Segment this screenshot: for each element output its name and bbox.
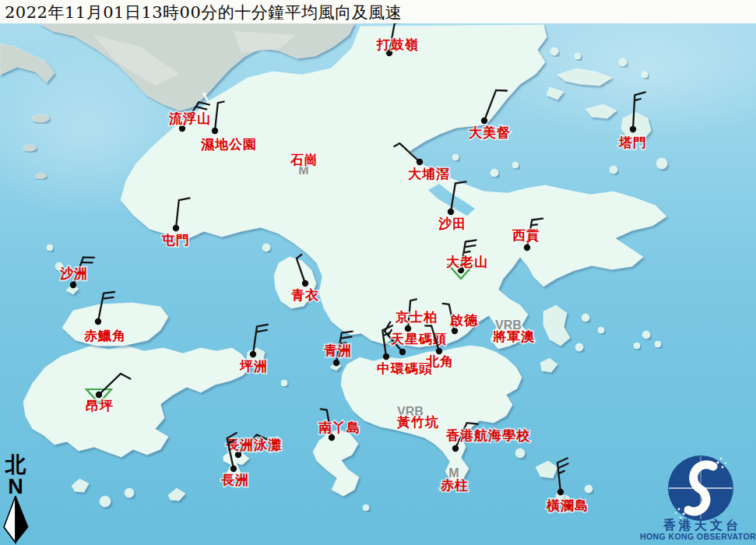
station-dot bbox=[557, 489, 564, 495]
station-label: 大老山 bbox=[446, 254, 488, 269]
station-label: 流浮山 bbox=[168, 111, 211, 126]
station-label: 大埔滘 bbox=[408, 166, 450, 181]
station-label: 將軍澳 bbox=[492, 329, 535, 344]
station-label: 啟德 bbox=[449, 312, 478, 328]
station-label: 屯門 bbox=[161, 232, 190, 248]
station-label: 赤鱲角 bbox=[83, 328, 126, 343]
station-dot bbox=[630, 126, 636, 132]
station-label: 昂坪 bbox=[86, 398, 114, 413]
station-label: 濕地公園 bbox=[200, 136, 257, 152]
station-dot bbox=[96, 392, 102, 398]
station-dot bbox=[452, 445, 459, 452]
hko-logo-title-zh: 香港天文台 bbox=[663, 518, 741, 533]
station-label: 石崗 bbox=[290, 152, 318, 167]
station-label: 橫瀾島 bbox=[546, 498, 589, 513]
station-dot bbox=[235, 452, 241, 458]
station-label: 京士柏 bbox=[395, 309, 438, 325]
station-label: 天星碼頭 bbox=[390, 331, 447, 346]
station-dot bbox=[333, 360, 339, 366]
station-label: 青洲 bbox=[324, 343, 352, 358]
station-label: 打鼓嶺 bbox=[376, 37, 419, 52]
station-label: 長洲泳灘 bbox=[226, 437, 282, 452]
station-dot bbox=[302, 280, 308, 287]
station-dot bbox=[212, 128, 218, 134]
station-dot bbox=[452, 328, 458, 334]
station-label: 青衣 bbox=[291, 287, 319, 303]
station-dot bbox=[173, 225, 179, 231]
station-label: 黃竹坑 bbox=[396, 414, 439, 430]
map-title: 2022年11月01日13時00分的十分鐘平均風向及風速 bbox=[5, 3, 402, 22]
map-title-bar: 2022年11月01日13時00分的十分鐘平均風向及風速 bbox=[0, 0, 756, 23]
station-label: 中環碼頭 bbox=[377, 360, 433, 376]
station-dot bbox=[383, 353, 389, 360]
hko-logo-title-en: HONG KONG OBSERVATORY bbox=[640, 532, 756, 541]
station-dot bbox=[230, 466, 237, 472]
station-label: 香港航海學校 bbox=[445, 427, 530, 443]
station-dot bbox=[524, 244, 530, 251]
station-dot bbox=[95, 318, 101, 325]
station-label: 大美督 bbox=[469, 125, 511, 140]
station-label: 南丫島 bbox=[318, 420, 360, 435]
station-dot bbox=[70, 282, 76, 288]
station-dot bbox=[399, 349, 406, 355]
hong-kong-wind-map: 打鼓嶺流浮山濕地公園M石崗大埔滘大美督塔門屯門沙田西貢沙洲大老山青衣京士柏啟德V… bbox=[0, 0, 756, 545]
station-dot bbox=[329, 434, 335, 441]
station-label: 長洲 bbox=[221, 472, 249, 487]
station-label: 北角 bbox=[425, 353, 454, 369]
station-label: 西貢 bbox=[512, 227, 540, 243]
wind-map-screenshot: 2022年11月01日13時00分的十分鐘平均風向及風速 bbox=[0, 0, 756, 545]
station-dot bbox=[179, 125, 185, 132]
compass-north-zh: 北 bbox=[5, 452, 26, 476]
station-label: 赤柱 bbox=[440, 477, 469, 493]
station-dot bbox=[481, 118, 487, 124]
station-dot bbox=[417, 159, 423, 165]
station-label: 坪洲 bbox=[239, 358, 268, 374]
station-label: 沙田 bbox=[438, 216, 466, 231]
compass-north-en: N bbox=[8, 475, 23, 498]
station-label: 沙洲 bbox=[59, 265, 88, 281]
station-dot bbox=[250, 351, 256, 357]
station-dot bbox=[448, 209, 454, 215]
station-label: 塔門 bbox=[618, 135, 647, 150]
